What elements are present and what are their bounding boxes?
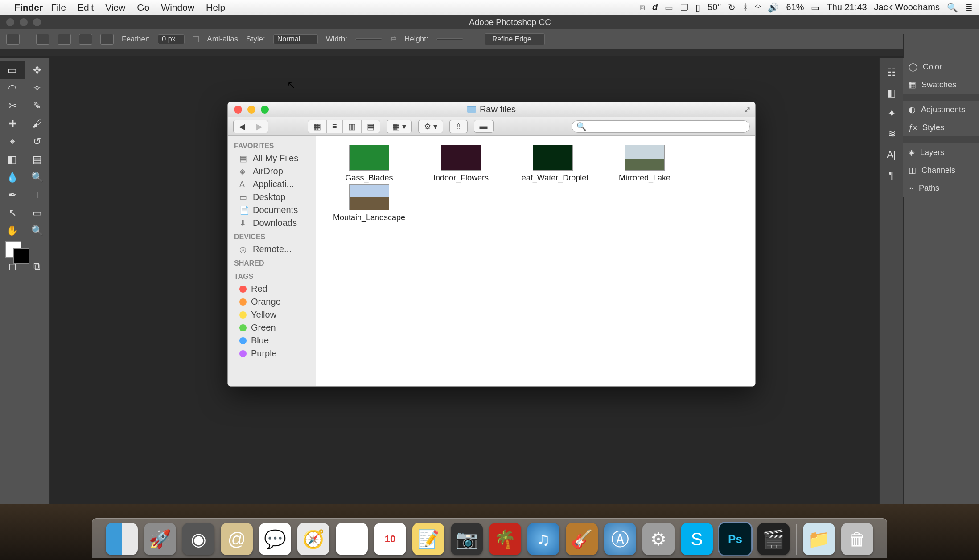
menu-file[interactable]: File [51, 2, 66, 13]
clone-tool[interactable]: ⌖ [0, 133, 25, 151]
sidebar-airdrop[interactable]: ◈AirDrop [228, 165, 316, 178]
view-coverflow-button[interactable]: ▤ [362, 120, 380, 133]
sidebar-tag-blue[interactable]: Blue [228, 334, 316, 347]
selection-subtract-icon[interactable] [79, 34, 92, 45]
menubar-battery-pct[interactable]: 61% [786, 2, 804, 12]
menubar-extra-d-icon[interactable]: d [652, 2, 658, 12]
path-tool[interactable]: ↖ [0, 204, 25, 222]
brush-panel-icon[interactable]: ✦ [888, 108, 896, 119]
dock-notes-icon[interactable]: 📝 [412, 523, 444, 555]
menubar-timemachine-icon[interactable]: ↻ [728, 2, 736, 13]
finder-forward-button[interactable]: ▶ [251, 120, 268, 133]
history-panel-icon[interactable]: ☷ [887, 67, 896, 78]
sidebar-tag-orange[interactable]: Orange [228, 295, 316, 308]
finder-search-input[interactable] [589, 122, 745, 131]
eyedropper-tool[interactable]: ✎ [25, 97, 50, 115]
blur-tool[interactable]: 💧 [0, 168, 25, 186]
panel-paths[interactable]: ⌁Paths [903, 179, 979, 197]
dock-messages-icon[interactable]: 💬 [259, 523, 291, 555]
menubar-app-name[interactable]: Finder [14, 2, 43, 13]
sidebar-tag-red[interactable]: Red [228, 282, 316, 295]
selection-intersect-icon[interactable] [100, 34, 114, 45]
sidebar-documents[interactable]: 📄Documents [228, 204, 316, 217]
sidebar-desktop[interactable]: ▭Desktop [228, 191, 316, 204]
finder-fullscreen-button[interactable]: ⤢ [744, 105, 751, 114]
sidebar-downloads[interactable]: ⬇Downloads [228, 217, 316, 229]
hand-tool[interactable]: ✋ [0, 222, 25, 240]
dock-appstore-icon[interactable]: Ⓐ [604, 523, 636, 555]
panel-swatches[interactable]: ▦Swatches [903, 76, 979, 94]
width-input[interactable] [355, 38, 382, 40]
menubar-activity-icon[interactable]: ❐ [680, 2, 688, 13]
action-button[interactable]: ⚙ ▾ [418, 120, 443, 133]
dock-downloads-stack[interactable]: 📁 [803, 523, 835, 555]
finder-icon-view[interactable]: Gass_Blades Indoor_Flowers Leaf_Water_Dr… [316, 136, 755, 386]
dock-itunes-icon[interactable]: ♫ [527, 523, 559, 555]
file-item[interactable]: Gass_Blades [323, 145, 415, 183]
dock-iphoto-icon[interactable]: 🌴 [489, 523, 521, 555]
dock-safari-icon[interactable]: 🧭 [297, 523, 329, 555]
dock-mail-icon[interactable]: @ [221, 523, 253, 555]
sidebar-applications[interactable]: AApplicati... [228, 178, 316, 191]
properties-panel-icon[interactable]: ◧ [887, 87, 896, 99]
finder-search[interactable]: 🔍 [572, 120, 750, 133]
style-select[interactable]: Normal [273, 34, 318, 44]
crop-tool[interactable]: ✂ [0, 97, 25, 115]
magic-wand-tool[interactable]: ✧ [25, 79, 50, 97]
finder-back-button[interactable]: ◀ [234, 120, 251, 133]
sidebar-all-my-files[interactable]: ▤All My Files [228, 152, 316, 165]
history-brush-tool[interactable]: ↺ [25, 133, 50, 151]
lasso-tool[interactable]: ◠ [0, 79, 25, 97]
healing-tool[interactable]: ✚ [0, 115, 25, 133]
dock-launchpad-icon[interactable]: 🚀 [144, 523, 176, 555]
background-color[interactable] [13, 248, 29, 264]
view-columns-button[interactable]: ▥ [343, 120, 362, 133]
dock-imovie-icon[interactable]: 🎬 [757, 523, 790, 555]
ps-minimize-button[interactable] [20, 18, 28, 26]
dock-calendar-icon[interactable]: 10 [374, 523, 406, 555]
menubar-battery-small-icon[interactable]: ▯ [695, 2, 700, 13]
ps-close-button[interactable] [6, 18, 14, 26]
dock-garageband-icon[interactable]: 🎸 [566, 523, 598, 555]
file-item[interactable]: Moutain_Landscape [323, 184, 415, 222]
dock-dashboard-icon[interactable]: ◉ [182, 523, 214, 555]
move-tool[interactable]: ✥ [25, 61, 50, 79]
share-button[interactable]: ⇪ [449, 120, 468, 133]
panel-styles[interactable]: ƒxStyles [903, 119, 979, 136]
sidebar-remote[interactable]: ◎Remote... [228, 243, 316, 256]
menubar-bluetooth-icon[interactable]: ᚼ [743, 2, 748, 12]
pen-tool[interactable]: ✒ [0, 186, 25, 204]
ps-zoom-button[interactable] [33, 18, 41, 26]
antialias-checkbox[interactable] [193, 36, 199, 42]
menu-view[interactable]: View [105, 2, 125, 13]
dock-chrome-icon[interactable]: ◉ [336, 523, 368, 555]
view-icons-button[interactable]: ▦ [308, 120, 327, 133]
dock-finder-icon[interactable] [106, 523, 138, 555]
tags-button[interactable]: ▬ [474, 120, 494, 133]
para-panel-icon[interactable]: ¶ [889, 169, 894, 181]
brush-tool[interactable]: 🖌 [25, 115, 50, 133]
type-tool[interactable]: T [25, 186, 50, 204]
sidebar-tag-yellow[interactable]: Yellow [228, 308, 316, 321]
view-list-button[interactable]: ≡ [327, 120, 343, 133]
height-input[interactable] [436, 38, 463, 40]
panel-channels[interactable]: ◫Channels [903, 161, 979, 179]
menubar-temp[interactable]: 50° [708, 2, 721, 12]
menubar-notification-icon[interactable]: ≣ [965, 2, 973, 13]
rectangle-tool[interactable]: ▭ [25, 204, 50, 222]
panel-adjustments[interactable]: ◐Adjustments [903, 101, 979, 119]
refine-edge-button[interactable]: Refine Edge... [485, 33, 545, 45]
zoom-tool[interactable]: 🔍 [25, 222, 50, 240]
eraser-tool[interactable]: ◧ [0, 151, 25, 168]
menu-edit[interactable]: Edit [78, 2, 94, 13]
sidebar-tag-purple[interactable]: Purple [228, 347, 316, 360]
char-panel-icon[interactable]: A| [887, 149, 896, 160]
menubar-datetime[interactable]: Thu 21:43 [827, 2, 867, 12]
sidebar-tag-green[interactable]: Green [228, 321, 316, 334]
dock-sysprefs-icon[interactable]: ⚙ [642, 523, 675, 555]
menubar-volume-icon[interactable]: 🔊 [768, 2, 779, 13]
dock-trash-icon[interactable]: 🗑 [841, 523, 873, 555]
menubar-spotlight-icon[interactable]: 🔍 [947, 2, 958, 13]
panel-layers[interactable]: ◈Layers [903, 143, 979, 161]
menubar-user[interactable]: Jack Woodhams [874, 2, 940, 12]
